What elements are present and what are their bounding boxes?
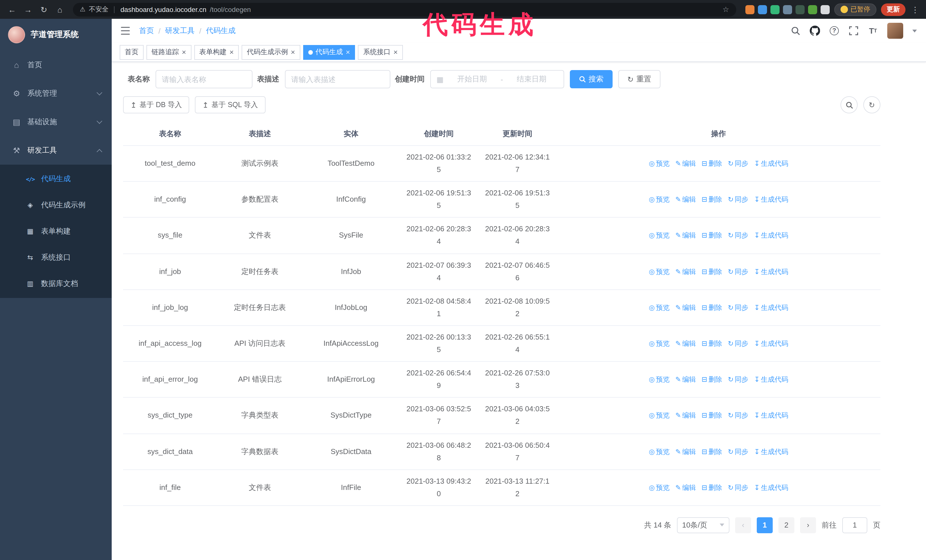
sidebar-item-devtools[interactable]: ⚒ 研发工具 bbox=[0, 136, 112, 165]
toggle-search-button[interactable] bbox=[841, 96, 858, 113]
extension-dark-table-icon[interactable] bbox=[795, 5, 804, 14]
delete-link[interactable]: ⊟删除 bbox=[702, 302, 722, 314]
goto-page-input[interactable] bbox=[842, 517, 867, 533]
extension-green-check-icon[interactable] bbox=[770, 5, 779, 14]
extension-people-icon[interactable] bbox=[783, 5, 792, 14]
delete-link[interactable]: ⊟删除 bbox=[702, 482, 722, 494]
preview-link[interactable]: ◎预览 bbox=[649, 374, 670, 385]
preview-link[interactable]: ◎预览 bbox=[649, 338, 670, 350]
tab-item-4[interactable]: 代码生成× bbox=[303, 45, 355, 60]
close-icon[interactable]: × bbox=[182, 48, 186, 56]
back-icon[interactable]: ← bbox=[5, 2, 20, 17]
refresh-table-button[interactable]: ↻ bbox=[863, 96, 881, 113]
close-icon[interactable]: × bbox=[393, 48, 398, 56]
table-desc-input[interactable] bbox=[285, 70, 390, 88]
generate-code-link[interactable]: ↧生成代码 bbox=[754, 194, 788, 205]
sidebar-item-codegen-example[interactable]: ◈ 代码生成示例 bbox=[0, 192, 112, 218]
generate-code-link[interactable]: ↧生成代码 bbox=[754, 338, 788, 350]
delete-link[interactable]: ⊟删除 bbox=[702, 230, 722, 242]
sync-link[interactable]: ↻同步 bbox=[728, 302, 748, 314]
tab-item-0[interactable]: 首页 bbox=[120, 45, 144, 60]
preview-link[interactable]: ◎预览 bbox=[649, 266, 670, 278]
delete-link[interactable]: ⊟删除 bbox=[702, 158, 722, 169]
generate-code-link[interactable]: ↧生成代码 bbox=[754, 230, 788, 242]
extension-leaf-icon[interactable] bbox=[808, 5, 817, 14]
page-size-select[interactable]: 10条/页 bbox=[677, 517, 729, 533]
sidebar-item-infra[interactable]: ▤ 基础设施 bbox=[0, 108, 112, 136]
edit-link[interactable]: ✎编辑 bbox=[675, 230, 696, 242]
generate-code-link[interactable]: ↧生成代码 bbox=[754, 446, 788, 457]
reload-icon[interactable]: ↻ bbox=[36, 2, 51, 17]
delete-link[interactable]: ⊟删除 bbox=[702, 338, 722, 350]
edit-link[interactable]: ✎编辑 bbox=[675, 266, 696, 278]
sidebar-item-db-doc[interactable]: ▥ 数据库文档 bbox=[0, 270, 112, 297]
page-button-2[interactable]: 2 bbox=[778, 517, 794, 533]
update-button[interactable]: 更新 bbox=[881, 3, 905, 16]
delete-link[interactable]: ⊟删除 bbox=[702, 374, 722, 385]
sync-link[interactable]: ↻同步 bbox=[728, 266, 748, 278]
address-bar[interactable]: ⚠ 不安全 dashboard.yudao.iocoder.cn/tool/co… bbox=[73, 3, 736, 16]
close-icon[interactable]: × bbox=[291, 48, 295, 56]
sync-link[interactable]: ↻同步 bbox=[728, 158, 748, 169]
fullscreen-icon[interactable] bbox=[849, 25, 859, 36]
sidebar-item-home[interactable]: ⌂ 首页 bbox=[0, 51, 112, 79]
table-name-input[interactable] bbox=[156, 70, 253, 88]
profile-paused-badge[interactable]: 已暂停 bbox=[834, 3, 876, 16]
edit-link[interactable]: ✎编辑 bbox=[675, 158, 696, 169]
logo[interactable]: 芋道管理系统 bbox=[0, 19, 112, 51]
prev-page-button[interactable]: ‹ bbox=[735, 517, 751, 533]
search-icon[interactable] bbox=[790, 25, 800, 36]
sync-link[interactable]: ↻同步 bbox=[728, 410, 748, 421]
preview-link[interactable]: ◎预览 bbox=[649, 410, 670, 421]
sidebar-item-system[interactable]: ⚙ 系统管理 bbox=[0, 79, 112, 108]
preview-link[interactable]: ◎预览 bbox=[649, 158, 670, 169]
kebab-menu-icon[interactable]: ⋮ bbox=[911, 5, 919, 14]
reset-button[interactable]: ↻ 重置 bbox=[618, 70, 660, 88]
next-page-button[interactable]: › bbox=[800, 517, 816, 533]
import-sql-button[interactable]: ↥ 基于 SQL 导入 bbox=[195, 96, 265, 113]
sidebar-item-system-api[interactable]: ⇆ 系统接口 bbox=[0, 245, 112, 270]
page-button-1[interactable]: 1 bbox=[757, 517, 773, 533]
generate-code-link[interactable]: ↧生成代码 bbox=[754, 482, 788, 494]
edit-link[interactable]: ✎编辑 bbox=[675, 338, 696, 350]
user-avatar[interactable] bbox=[887, 23, 903, 39]
tab-item-2[interactable]: 表单构建× bbox=[194, 45, 239, 60]
tab-item-3[interactable]: 代码生成示例× bbox=[242, 45, 300, 60]
sync-link[interactable]: ↻同步 bbox=[728, 338, 748, 350]
sidebar-item-form-builder[interactable]: ▦ 表单构建 bbox=[0, 218, 112, 245]
generate-code-link[interactable]: ↧生成代码 bbox=[754, 266, 788, 278]
bookmark-star-icon[interactable]: ☆ bbox=[723, 5, 729, 14]
browser-home-icon[interactable]: ⌂ bbox=[53, 2, 67, 17]
delete-link[interactable]: ⊟删除 bbox=[702, 266, 722, 278]
extension-paw-icon[interactable] bbox=[820, 5, 829, 14]
breadcrumb-home[interactable]: 首页 bbox=[139, 26, 154, 36]
sync-link[interactable]: ↻同步 bbox=[728, 482, 748, 494]
edit-link[interactable]: ✎编辑 bbox=[675, 482, 696, 494]
close-icon[interactable]: × bbox=[229, 48, 234, 56]
sidebar-item-codegen[interactable]: </> 代码生成 bbox=[0, 166, 112, 192]
edit-link[interactable]: ✎编辑 bbox=[675, 374, 696, 385]
date-range-picker[interactable]: ▦ 开始日期 - 结束日期 bbox=[430, 70, 564, 88]
generate-code-link[interactable]: ↧生成代码 bbox=[754, 302, 788, 314]
sync-link[interactable]: ↻同步 bbox=[728, 446, 748, 457]
import-db-button[interactable]: ↥ 基于 DB 导入 bbox=[123, 96, 189, 113]
generate-code-link[interactable]: ↧生成代码 bbox=[754, 158, 788, 169]
collapse-menu-icon[interactable] bbox=[121, 27, 130, 35]
delete-link[interactable]: ⊟删除 bbox=[702, 194, 722, 205]
generate-code-link[interactable]: ↧生成代码 bbox=[754, 410, 788, 421]
edit-link[interactable]: ✎编辑 bbox=[675, 194, 696, 205]
preview-link[interactable]: ◎预览 bbox=[649, 446, 670, 457]
sync-link[interactable]: ↻同步 bbox=[728, 194, 748, 205]
extension-orange-icon[interactable] bbox=[745, 5, 754, 14]
preview-link[interactable]: ◎预览 bbox=[649, 230, 670, 242]
breadcrumb-devtools[interactable]: 研发工具 bbox=[165, 26, 195, 36]
edit-link[interactable]: ✎编辑 bbox=[675, 410, 696, 421]
delete-link[interactable]: ⊟删除 bbox=[702, 446, 722, 457]
caret-down-icon[interactable] bbox=[912, 29, 917, 32]
delete-link[interactable]: ⊟删除 bbox=[702, 410, 722, 421]
edit-link[interactable]: ✎编辑 bbox=[675, 302, 696, 314]
preview-link[interactable]: ◎预览 bbox=[649, 302, 670, 314]
search-button[interactable]: 搜索 bbox=[570, 70, 613, 88]
sync-link[interactable]: ↻同步 bbox=[728, 374, 748, 385]
extension-blue-icon[interactable] bbox=[758, 5, 767, 14]
